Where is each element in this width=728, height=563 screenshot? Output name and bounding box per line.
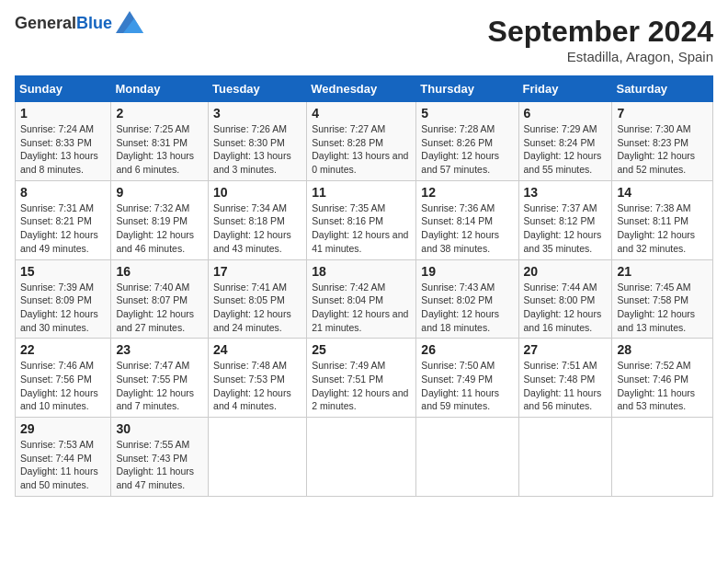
title-block: September 2024 Estadilla, Aragon, Spain (488, 15, 713, 64)
calendar-cell: 9Sunrise: 7:32 AMSunset: 8:19 PMDaylight… (111, 180, 209, 259)
calendar-cell: 16Sunrise: 7:40 AMSunset: 8:07 PMDayligh… (111, 259, 209, 339)
calendar-header-row: SundayMondayTuesdayWednesdayThursdayFrid… (16, 76, 713, 102)
day-info: Sunrise: 7:24 AMSunset: 8:33 PMDaylight:… (20, 123, 98, 175)
column-header-friday: Friday (518, 76, 612, 102)
day-number: 29 (20, 421, 106, 436)
calendar-cell: 8Sunrise: 7:31 AMSunset: 8:21 PMDaylight… (16, 180, 111, 259)
calendar-cell: 25Sunrise: 7:49 AMSunset: 7:51 PMDayligh… (307, 339, 416, 418)
calendar-week-row: 1Sunrise: 7:24 AMSunset: 8:33 PMDaylight… (16, 102, 713, 181)
calendar-cell: 12Sunrise: 7:36 AMSunset: 8:14 PMDayligh… (416, 180, 518, 259)
calendar-cell: 13Sunrise: 7:37 AMSunset: 8:12 PMDayligh… (518, 180, 612, 259)
logo-text: GeneralBlue (15, 15, 112, 33)
calendar-cell: 20Sunrise: 7:44 AMSunset: 8:00 PMDayligh… (518, 259, 612, 339)
day-number: 14 (617, 185, 708, 200)
day-number: 2 (116, 106, 203, 121)
day-info: Sunrise: 7:42 AMSunset: 8:04 PMDaylight:… (312, 282, 408, 333)
day-info: Sunrise: 7:44 AMSunset: 8:00 PMDaylight:… (524, 282, 602, 333)
calendar-cell: 29Sunrise: 7:53 AMSunset: 7:44 PMDayligh… (16, 418, 111, 497)
day-number: 26 (421, 342, 513, 357)
day-info: Sunrise: 7:40 AMSunset: 8:07 PMDaylight:… (116, 282, 194, 333)
calendar-cell: 6Sunrise: 7:29 AMSunset: 8:24 PMDaylight… (518, 102, 612, 181)
day-info: Sunrise: 7:29 AMSunset: 8:24 PMDaylight:… (524, 123, 602, 175)
day-info: Sunrise: 7:45 AMSunset: 7:58 PMDaylight:… (617, 282, 695, 333)
day-number: 15 (20, 264, 106, 279)
day-number: 21 (617, 264, 708, 279)
calendar-cell (307, 418, 416, 497)
calendar-cell: 28Sunrise: 7:52 AMSunset: 7:46 PMDayligh… (612, 339, 713, 418)
day-info: Sunrise: 7:52 AMSunset: 7:46 PMDaylight:… (617, 360, 695, 411)
calendar-cell: 4Sunrise: 7:27 AMSunset: 8:28 PMDaylight… (307, 102, 416, 181)
calendar-table: SundayMondayTuesdayWednesdayThursdayFrid… (15, 75, 713, 497)
day-info: Sunrise: 7:47 AMSunset: 7:55 PMDaylight:… (116, 360, 194, 411)
day-info: Sunrise: 7:35 AMSunset: 8:16 PMDaylight:… (312, 202, 408, 254)
calendar-cell: 14Sunrise: 7:38 AMSunset: 8:11 PMDayligh… (612, 180, 713, 259)
day-info: Sunrise: 7:30 AMSunset: 8:23 PMDaylight:… (617, 123, 695, 175)
day-info: Sunrise: 7:39 AMSunset: 8:09 PMDaylight:… (20, 282, 98, 333)
day-number: 28 (617, 342, 708, 357)
day-number: 18 (312, 264, 411, 279)
calendar-cell: 1Sunrise: 7:24 AMSunset: 8:33 PMDaylight… (16, 102, 111, 181)
column-header-tuesday: Tuesday (209, 76, 307, 102)
day-info: Sunrise: 7:31 AMSunset: 8:21 PMDaylight:… (20, 202, 98, 254)
day-info: Sunrise: 7:46 AMSunset: 7:56 PMDaylight:… (20, 360, 98, 411)
day-info: Sunrise: 7:53 AMSunset: 7:44 PMDaylight:… (20, 439, 98, 490)
calendar-cell (612, 418, 713, 497)
calendar-cell: 26Sunrise: 7:50 AMSunset: 7:49 PMDayligh… (416, 339, 518, 418)
calendar-cell: 11Sunrise: 7:35 AMSunset: 8:16 PMDayligh… (307, 180, 416, 259)
day-number: 24 (213, 342, 301, 357)
day-number: 11 (312, 185, 411, 200)
day-number: 20 (524, 264, 608, 279)
day-info: Sunrise: 7:48 AMSunset: 7:53 PMDaylight:… (213, 360, 291, 411)
calendar-cell: 15Sunrise: 7:39 AMSunset: 8:09 PMDayligh… (16, 259, 111, 339)
calendar-cell: 27Sunrise: 7:51 AMSunset: 7:48 PMDayligh… (518, 339, 612, 418)
calendar-cell: 24Sunrise: 7:48 AMSunset: 7:53 PMDayligh… (209, 339, 307, 418)
day-number: 9 (116, 185, 203, 200)
day-info: Sunrise: 7:26 AMSunset: 8:30 PMDaylight:… (213, 123, 291, 175)
column-header-monday: Monday (111, 76, 209, 102)
day-info: Sunrise: 7:28 AMSunset: 8:26 PMDaylight:… (421, 123, 499, 175)
day-number: 3 (213, 106, 301, 121)
day-info: Sunrise: 7:49 AMSunset: 7:51 PMDaylight:… (312, 360, 408, 411)
day-number: 27 (524, 342, 608, 357)
calendar-cell: 21Sunrise: 7:45 AMSunset: 7:58 PMDayligh… (612, 259, 713, 339)
calendar-cell: 19Sunrise: 7:43 AMSunset: 8:02 PMDayligh… (416, 259, 518, 339)
day-number: 1 (20, 106, 106, 121)
page-header: GeneralBlue September 2024 Estadilla, Ar… (15, 15, 713, 64)
day-info: Sunrise: 7:25 AMSunset: 8:31 PMDaylight:… (116, 123, 194, 175)
calendar-cell: 2Sunrise: 7:25 AMSunset: 8:31 PMDaylight… (111, 102, 209, 181)
day-number: 19 (421, 264, 513, 279)
day-number: 4 (312, 106, 411, 121)
calendar-cell: 30Sunrise: 7:55 AMSunset: 7:43 PMDayligh… (111, 418, 209, 497)
day-number: 8 (20, 185, 106, 200)
day-info: Sunrise: 7:43 AMSunset: 8:02 PMDaylight:… (421, 282, 499, 333)
day-info: Sunrise: 7:34 AMSunset: 8:18 PMDaylight:… (213, 202, 291, 254)
calendar-cell: 5Sunrise: 7:28 AMSunset: 8:26 PMDaylight… (416, 102, 518, 181)
day-info: Sunrise: 7:37 AMSunset: 8:12 PMDaylight:… (524, 202, 602, 254)
calendar-cell (209, 418, 307, 497)
column-header-wednesday: Wednesday (307, 76, 416, 102)
day-number: 6 (524, 106, 608, 121)
calendar-week-row: 22Sunrise: 7:46 AMSunset: 7:56 PMDayligh… (16, 339, 713, 418)
calendar-cell (416, 418, 518, 497)
column-header-thursday: Thursday (416, 76, 518, 102)
column-header-sunday: Sunday (16, 76, 111, 102)
day-number: 12 (421, 185, 513, 200)
day-info: Sunrise: 7:36 AMSunset: 8:14 PMDaylight:… (421, 202, 499, 254)
calendar-week-row: 8Sunrise: 7:31 AMSunset: 8:21 PMDaylight… (16, 180, 713, 259)
day-number: 13 (524, 185, 608, 200)
page-subtitle: Estadilla, Aragon, Spain (488, 49, 713, 64)
calendar-cell: 22Sunrise: 7:46 AMSunset: 7:56 PMDayligh… (16, 339, 111, 418)
logo: GeneralBlue (15, 15, 143, 33)
day-number: 23 (116, 342, 203, 357)
day-info: Sunrise: 7:55 AMSunset: 7:43 PMDaylight:… (116, 439, 194, 490)
day-number: 10 (213, 185, 301, 200)
day-number: 7 (617, 106, 708, 121)
day-info: Sunrise: 7:27 AMSunset: 8:28 PMDaylight:… (312, 123, 408, 175)
day-info: Sunrise: 7:38 AMSunset: 8:11 PMDaylight:… (617, 202, 695, 254)
day-number: 16 (116, 264, 203, 279)
day-number: 30 (116, 421, 203, 436)
column-header-saturday: Saturday (612, 76, 713, 102)
calendar-week-row: 15Sunrise: 7:39 AMSunset: 8:09 PMDayligh… (16, 259, 713, 339)
day-info: Sunrise: 7:50 AMSunset: 7:49 PMDaylight:… (421, 360, 499, 411)
calendar-cell: 23Sunrise: 7:47 AMSunset: 7:55 PMDayligh… (111, 339, 209, 418)
